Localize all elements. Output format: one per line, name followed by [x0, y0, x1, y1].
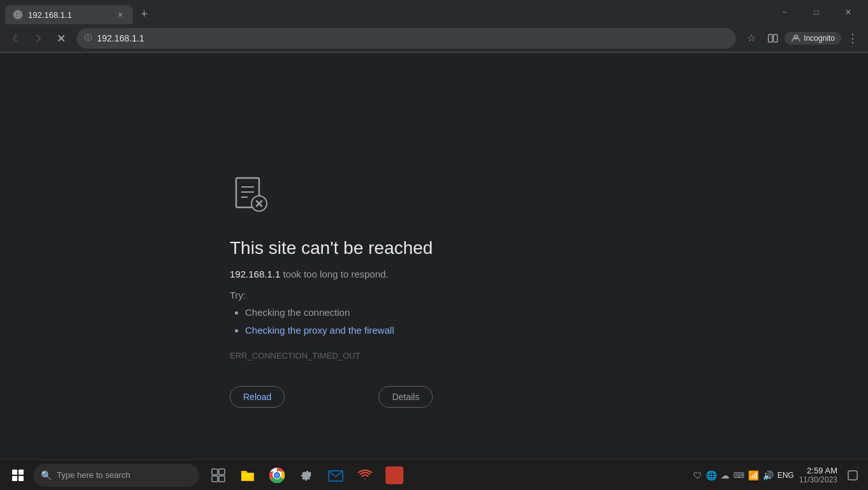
split-view-button[interactable] — [763, 28, 783, 48]
error-subtitle-rest: took too long to respond. — [280, 269, 388, 279]
try-label: Try: — [230, 290, 433, 301]
taskbar-app-wifi[interactable] — [351, 463, 379, 488]
svg-rect-23 — [848, 471, 857, 480]
suggestion-1-text: Checking the connection — [245, 307, 350, 318]
new-tab-button[interactable]: + — [135, 5, 153, 23]
clock[interactable]: 2:59 AM 11/30/2023 — [799, 466, 837, 484]
navigation-bar: ⓘ 192.168.1.1 ☆ Incognito ⋮ — [0, 24, 868, 52]
address-bar[interactable]: ⓘ 192.168.1.1 — [77, 28, 736, 48]
taskbar-app-mail[interactable] — [322, 463, 350, 488]
error-title: This site can't be reached — [230, 238, 433, 258]
info-icon: ⓘ — [84, 33, 92, 43]
action-buttons: Reload Details — [230, 386, 433, 408]
tray-icon-volume[interactable]: 🔊 — [763, 470, 774, 480]
forward-button[interactable] — [28, 28, 49, 48]
incognito-badge: Incognito — [784, 32, 841, 45]
explorer-icon — [239, 466, 257, 484]
error-subtitle: 192.168.1.1 took too long to respond. — [230, 269, 433, 279]
svg-point-21 — [275, 473, 279, 477]
tray-icon-1[interactable]: 🛡 — [693, 470, 702, 480]
svg-rect-4 — [774, 34, 777, 42]
taskview-icon — [209, 466, 227, 484]
wifi-app-icon — [356, 466, 374, 484]
browser-frame: 192.168.1.1 ✕ + − □ ✕ ⓘ 192.168.1.1 ☆ — [0, 0, 868, 490]
suggestion-1: Checking the connection — [245, 306, 433, 320]
clock-time: 2:59 AM — [799, 466, 837, 475]
reload-stop-button[interactable] — [51, 28, 71, 48]
chrome-icon — [268, 466, 286, 484]
tab-close-button[interactable]: ✕ — [115, 10, 125, 20]
window-controls: − □ ✕ — [770, 0, 863, 24]
tab-title: 192.168.1.1 — [28, 10, 110, 20]
tray-icon-network[interactable]: 📶 — [748, 470, 759, 480]
mail-icon — [327, 466, 345, 484]
reload-button[interactable]: Reload — [230, 386, 285, 408]
taskbar-search-placeholder: Type here to search — [57, 470, 130, 480]
taskbar-apps — [204, 463, 408, 488]
minimize-button[interactable]: − — [770, 0, 799, 24]
taskbar-app-settings[interactable] — [292, 463, 320, 488]
error-container: This site can't be reached 192.168.1.1 t… — [230, 174, 433, 408]
page-content: This site can't be reached 192.168.1.1 t… — [0, 53, 868, 490]
game-icon — [385, 466, 403, 484]
taskbar-app-game[interactable] — [380, 463, 408, 488]
svg-rect-14 — [212, 469, 218, 475]
suggestions-list: Checking the connection Checking the pro… — [230, 306, 433, 338]
tab-area: 192.168.1.1 ✕ + — [5, 0, 765, 24]
taskbar-app-taskview[interactable] — [204, 463, 232, 488]
tab-favicon — [13, 10, 23, 20]
maximize-button[interactable]: □ — [802, 0, 831, 24]
menu-button[interactable]: ⋮ — [842, 28, 863, 48]
nav-actions: ☆ Incognito ⋮ — [741, 28, 863, 48]
taskbar-app-chrome[interactable] — [263, 463, 291, 488]
svg-rect-16 — [212, 476, 218, 482]
system-tray: 🛡 🌐 ☁ ⌨ 📶 🔊 ENG — [693, 470, 794, 480]
active-tab[interactable]: 192.168.1.1 ✕ — [5, 5, 133, 24]
error-code: ERR_CONNECTION_TIMED_OUT — [230, 351, 433, 360]
svg-rect-15 — [219, 469, 225, 475]
bookmark-button[interactable]: ☆ — [741, 28, 761, 48]
windows-icon — [12, 470, 24, 481]
taskbar: 🔍 Type here to search — [0, 459, 868, 490]
incognito-label: Incognito — [804, 34, 835, 43]
title-bar: 192.168.1.1 ✕ + − □ ✕ — [0, 0, 868, 24]
tray-icon-keyboard[interactable]: ⌨ — [733, 471, 744, 480]
taskbar-search[interactable]: 🔍 Type here to search — [33, 464, 199, 487]
error-icon — [230, 174, 433, 218]
clock-date: 11/30/2023 — [799, 475, 837, 484]
taskbar-app-explorer[interactable] — [234, 463, 262, 488]
suggestion-2[interactable]: Checking the proxy and the firewall — [245, 323, 433, 338]
back-button[interactable] — [5, 28, 26, 48]
svg-rect-17 — [219, 476, 225, 482]
error-host: 192.168.1.1 — [230, 269, 280, 279]
start-button[interactable] — [5, 463, 31, 488]
details-button[interactable]: Details — [378, 386, 433, 408]
svg-rect-3 — [768, 34, 772, 42]
taskbar-search-icon: 🔍 — [41, 470, 52, 480]
tray-icon-2[interactable]: 🌐 — [706, 470, 717, 480]
settings-icon — [297, 466, 315, 484]
tray-lang[interactable]: ENG — [777, 471, 794, 480]
notification-button[interactable] — [842, 463, 863, 488]
taskbar-right: 🛡 🌐 ☁ ⌨ 📶 🔊 ENG 2:59 AM 11/30/2023 — [693, 463, 863, 488]
close-button[interactable]: ✕ — [834, 0, 863, 24]
tray-icon-3[interactable]: ☁ — [721, 470, 730, 480]
url-text: 192.168.1.1 — [97, 33, 728, 43]
proxy-firewall-link[interactable]: Checking the proxy and the firewall — [245, 325, 394, 336]
